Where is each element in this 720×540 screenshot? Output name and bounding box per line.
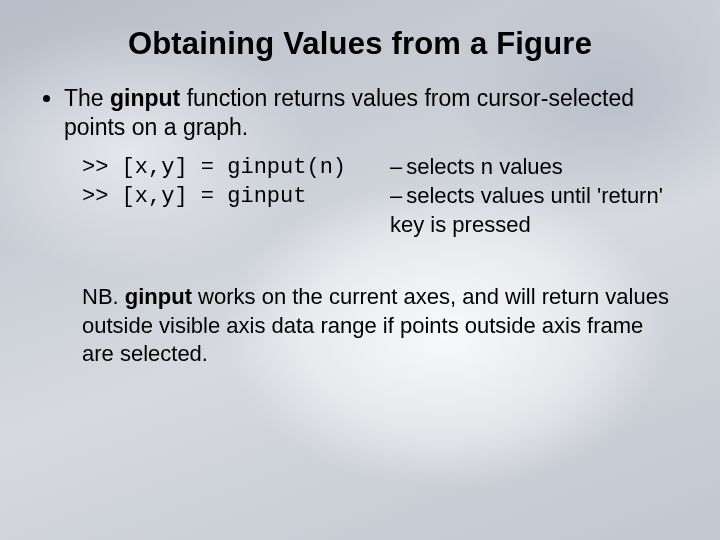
bullet-item: The ginput function returns values from … bbox=[64, 84, 678, 143]
dash-icon: – bbox=[390, 183, 406, 208]
code-row-1: >> [x,y] = ginput(n) –selects n values bbox=[82, 153, 678, 182]
code-line-1: >> [x,y] = ginput(n) bbox=[82, 153, 390, 182]
code-block: >> [x,y] = ginput(n) –selects n values >… bbox=[82, 153, 678, 239]
note-pre: NB. bbox=[82, 284, 125, 309]
code-line-2: >> [x,y] = ginput bbox=[82, 182, 390, 211]
bullet-keyword: ginput bbox=[110, 85, 180, 111]
note-paragraph: NB. ginput works on the current axes, an… bbox=[82, 283, 678, 369]
note-keyword: ginput bbox=[125, 284, 192, 309]
code-desc-1: –selects n values bbox=[390, 153, 678, 182]
code-desc-1-text: selects n values bbox=[406, 154, 563, 179]
code-desc-2-text: selects values until 'return' key is pre… bbox=[390, 183, 663, 237]
bullet-text-pre: The bbox=[64, 85, 110, 111]
code-row-2: >> [x,y] = ginput –selects values until … bbox=[82, 182, 678, 239]
bullet-list: The ginput function returns values from … bbox=[42, 84, 678, 143]
slide-title: Obtaining Values from a Figure bbox=[42, 26, 678, 62]
code-desc-2: –selects values until 'return' key is pr… bbox=[390, 182, 678, 239]
slide: Obtaining Values from a Figure The ginpu… bbox=[0, 0, 720, 540]
dash-icon: – bbox=[390, 154, 406, 179]
